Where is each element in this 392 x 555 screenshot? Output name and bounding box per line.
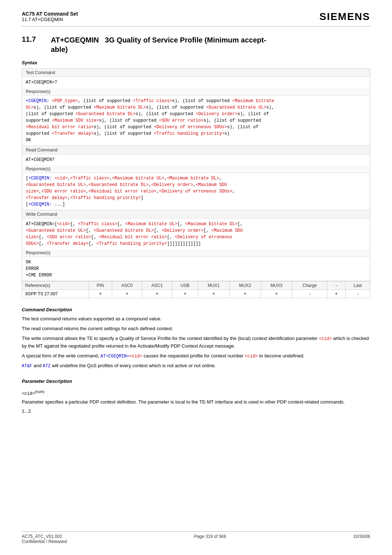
ref-data-asc0: +	[112, 290, 142, 298]
write-response-label: Response(s)	[22, 249, 370, 257]
cmd-desc-p4: A special form of the write command, AT+…	[22, 352, 370, 360]
write-response-body: OKERROR+CME ERROR	[22, 257, 370, 281]
ref-data-mux1: +	[198, 290, 229, 298]
header-subtitle: 11.7 AT+CGEQMIN	[22, 17, 78, 22]
param-cid-label: <cid>(num)	[22, 390, 370, 396]
section-title: AT+CGEQMIN 3G Quality of Service Profile…	[51, 35, 266, 54]
footer-doc-id: AC75_ATC_V01.002	[22, 534, 67, 539]
ref-data-last: -	[345, 290, 370, 298]
write-command-block: Write Command AT+CGEQMIN=[<cid>[, <Traff…	[22, 210, 370, 281]
ref-data-charge: -	[292, 290, 327, 298]
write-command-header: Write Command	[22, 210, 370, 219]
section-heading: 11.7 AT+CGEQMIN 3G Quality of Service Pr…	[22, 35, 370, 54]
header-left: AC75 AT Command Set 11.7 AT+CGEQMIN	[22, 11, 78, 22]
cmd-desc-p5: AT&F and ATZ will undefine the QoS profi…	[22, 362, 370, 370]
ref-header-mux1: MUX1	[198, 281, 229, 290]
ref-header-label: Reference(s)	[22, 281, 89, 290]
ref-header-mux3: MUX3	[261, 281, 292, 290]
ref-data-mux3: +	[261, 290, 292, 298]
test-response-body: +CGEQMIN: <PDP_type>, (list of supported…	[22, 96, 370, 146]
cmd-desc-p2: The read command returns the current set…	[22, 325, 370, 333]
parameter-description-label: Parameter Description	[22, 378, 370, 384]
param-cid-range: 1...2	[22, 408, 370, 414]
write-response-text: OKERROR+CME ERROR	[26, 260, 52, 278]
test-command-text: AT+CGEQMIN=?	[26, 80, 57, 85]
ref-header-charge: Charge	[292, 281, 327, 290]
read-response-body: [+CGEQMIN: <cid>,<Traffic class>,<Maximu…	[22, 173, 370, 210]
ref-header-asc1: ASC1	[142, 281, 172, 290]
cmd-desc-p1: The test command returns values supporte…	[22, 315, 370, 323]
write-command-text: AT+CGEQMIN=[<cid>[, <Traffic class>[, <M…	[26, 222, 243, 246]
footer-date: 10/30/06	[353, 534, 370, 544]
ref-header-asc0: ASC0	[112, 281, 142, 290]
command-description-label: Command Description	[22, 307, 370, 312]
ref-header-last: Last	[345, 281, 370, 290]
ref-header-pin: PIN	[89, 281, 112, 290]
test-command-block: Test Command AT+CGEQMIN=? Response(s) +C…	[22, 68, 370, 146]
test-response-text: <PDP_type>, (list of supported <Traffic …	[26, 98, 274, 143]
ref-data-pin: +	[89, 290, 112, 298]
test-command-body: AT+CGEQMIN=?	[22, 77, 370, 88]
read-command-block: Read Command AT+CGEQMIN? Response(s) [+C…	[22, 146, 370, 210]
ref-data-name: 3GPP TS 27.007	[22, 290, 89, 298]
ref-header-arrow: →	[327, 281, 346, 290]
write-command-body: AT+CGEQMIN=[<cid>[, <Traffic class>[, <M…	[22, 219, 370, 249]
page-wrapper: AC75 AT Command Set 11.7 AT+CGEQMIN SIEM…	[0, 0, 392, 555]
ref-data-mux2: +	[229, 290, 261, 298]
param-cid-desc: Parameter specifies a particular PDP con…	[22, 398, 370, 406]
ref-header-usb: USB	[172, 281, 198, 290]
page-header: AC75 AT Command Set 11.7 AT+CGEQMIN SIEM…	[22, 11, 370, 27]
read-command-body: AT+CGEQMIN?	[22, 154, 370, 165]
ref-data-asc1: +	[142, 290, 172, 298]
footer-left: AC75_ATC_V01.002 Confidential / Released	[22, 534, 67, 544]
read-response-text: [+CGEQMIN: <cid>,<Traffic class>,<Maximu…	[26, 176, 235, 207]
footer-center: Page 319 of 569	[194, 534, 226, 544]
page-footer: AC75_ATC_V01.002 Confidential / Released…	[22, 531, 370, 544]
header-logo: SIEMENS	[319, 11, 370, 23]
read-response-label: Response(s)	[22, 165, 370, 173]
test-command-header: Test Command	[22, 69, 370, 77]
footer-confidential: Confidential / Released	[22, 539, 67, 544]
ref-header-mux2: MUX2	[229, 281, 261, 290]
read-command-text: AT+CGEQMIN?	[26, 157, 54, 162]
section-number: 11.7	[22, 35, 51, 44]
syntax-label: Syntax	[22, 60, 370, 65]
reference-table: Reference(s) PIN ASC0 ASC1 USB MUX1 MUX2…	[22, 281, 370, 298]
ref-data-usb: +	[172, 290, 198, 298]
test-response-prefix: +CGEQMIN:	[26, 98, 49, 104]
test-response-label: Response(s)	[22, 88, 370, 96]
ref-data-arrow: +	[327, 290, 346, 298]
header-title: AC75 AT Command Set	[22, 11, 78, 17]
read-command-header: Read Command	[22, 146, 370, 154]
cmd-desc-p3: The write command allows the TE to speci…	[22, 335, 370, 350]
